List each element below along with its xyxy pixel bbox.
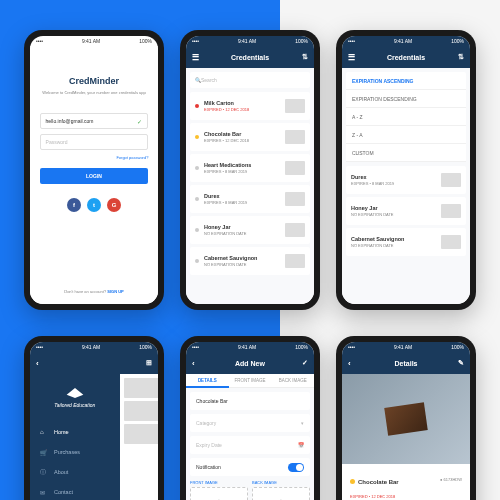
back-icon[interactable]: ‹ (36, 359, 39, 368)
grid-icon[interactable]: ⊞ (146, 359, 152, 367)
menu-icon[interactable]: ☰ (348, 53, 355, 62)
sort-option[interactable]: EXPIRATION DESCENDING (346, 90, 466, 108)
wing-icon (65, 386, 85, 400)
email-field[interactable]: hello.info@gmail.com✓ (40, 113, 149, 129)
thumbnail (285, 161, 305, 175)
front-image-label: FRONT IMAGE (190, 480, 248, 485)
sort-option[interactable]: EXPIRATION ASCENDING (346, 72, 466, 90)
list-item[interactable]: DurexEXPIRES • 8 MAR 2019 (190, 185, 310, 213)
calendar-icon: 📅 (298, 442, 304, 448)
forgot-link[interactable]: Forgot password? (40, 155, 149, 160)
expiry-field[interactable]: Expiry Date📅 (190, 436, 310, 454)
list-item[interactable]: DurexEXPIRES • 8 MAR 2019 (346, 166, 466, 194)
info-icon: ⓘ (40, 468, 48, 477)
status-dot-icon (195, 166, 199, 170)
category-field[interactable]: Category▾ (190, 414, 310, 432)
thumbnail (285, 99, 305, 113)
back-icon[interactable]: ‹ (348, 359, 351, 368)
phone-sort: ••••9:41 AM100% ☰Credentials⇅ EXPIRATION… (336, 30, 476, 310)
chevron-down-icon: ▾ (301, 420, 304, 426)
twitter-icon[interactable]: t (87, 198, 101, 212)
thumbnail (285, 130, 305, 144)
sort-option[interactable]: Z - A (346, 126, 466, 144)
status-bar: ••••9:41 AM100% (342, 36, 470, 46)
page-title: Add New (235, 360, 265, 367)
nav-home[interactable]: ⌂Home (30, 422, 120, 442)
hero-image[interactable] (342, 374, 470, 464)
phone-details: ••••9:41 AM100% ‹Details✎ Chocolate Bar●… (336, 336, 476, 500)
thumbnail (285, 192, 305, 206)
thumbnail (124, 378, 158, 398)
tab-bar: DETAILS FRONT IMAGE BACK IMAGE (186, 374, 314, 388)
header: ☰Credentials⇅ (342, 46, 470, 68)
page-title: Credentials (231, 54, 269, 61)
phone-credentials: ••••9:41 AM100% ☰Credentials⇅ 🔍 Search M… (180, 30, 320, 310)
phone-login: ••••9:41 AM100% CredMinder Welcome to Cr… (24, 30, 164, 310)
mail-icon: ✉ (40, 489, 48, 496)
header: ☰Credentials⇅ (186, 46, 314, 68)
cart-icon: 🛒 (40, 449, 48, 456)
list-item[interactable]: Honey JarNO EXPIRATION DATE (190, 216, 310, 244)
sort-dropdown: EXPIRATION ASCENDING EXPIRATION DESCENDI… (346, 72, 466, 162)
facebook-icon[interactable]: f (67, 198, 81, 212)
list-item[interactable]: Cabernet SauvignonNO EXPIRATION DATE (190, 247, 310, 275)
content-peek (120, 374, 158, 500)
google-icon[interactable]: G (107, 198, 121, 212)
thumbnail (441, 235, 461, 249)
notification-toggle[interactable] (288, 463, 304, 472)
status-dot-icon (195, 104, 199, 108)
home-icon: ⌂ (40, 429, 48, 435)
status-dot-icon (195, 135, 199, 139)
subtitle: Welcome to CredMinder, your number one c… (42, 90, 146, 95)
nav-drawer: Tailored Education ⌂Home 🛒Purchases ⓘAbo… (30, 374, 120, 500)
thumbnail (124, 424, 158, 444)
title-bar: Chocolate Bar● 6173HDW (342, 464, 470, 494)
notification-toggle-row: Notification (190, 458, 310, 476)
nav-contact[interactable]: ✉Contact (30, 482, 120, 500)
front-image-upload[interactable]: + (190, 487, 248, 500)
nav-about[interactable]: ⓘAbout (30, 462, 120, 482)
thumbnail (285, 223, 305, 237)
status-dot-icon (195, 228, 199, 232)
nav-purchases[interactable]: 🛒Purchases (30, 442, 120, 462)
tab-details[interactable]: DETAILS (186, 374, 229, 388)
list-item[interactable]: Honey JarNO EXPIRATION DATE (346, 197, 466, 225)
sort-icon[interactable]: ⇅ (458, 53, 464, 61)
list-item[interactable]: Chocolate BarEXPIRES • 12 DEC 2018 (190, 123, 310, 151)
sort-option[interactable]: CUSTOM (346, 144, 466, 162)
password-field[interactable]: Password (40, 134, 149, 150)
status-bar: ••••9:41 AM100% (30, 36, 158, 46)
list-item[interactable]: Milk CartonEXPIRED • 12 DEC 2018 (190, 92, 310, 120)
back-icon[interactable]: ‹ (192, 359, 195, 368)
item-code: ● 6173HDW (440, 477, 462, 482)
social-login: f t G (67, 198, 121, 212)
back-image-label: BACK IMAGE (252, 480, 310, 485)
header: ‹⊞ (30, 352, 158, 374)
login-button[interactable]: LOGIN (40, 168, 149, 184)
expiry-status: EXPIRED • 12 DEC 2018 (342, 494, 470, 500)
name-field[interactable]: Chocolate Bar (190, 392, 310, 410)
phone-nav: ••••9:41 AM100% ‹⊞ Tailored Education ⌂H… (24, 336, 164, 500)
status-bar: ••••9:41 AM100% (186, 36, 314, 46)
save-icon[interactable]: ✓ (302, 359, 308, 367)
page-title: Details (395, 360, 418, 367)
sort-icon[interactable]: ⇅ (302, 53, 308, 61)
header: ‹Add New✓ (186, 352, 314, 374)
sort-option[interactable]: A - Z (346, 108, 466, 126)
status-bar: ••••9:41 AM100% (186, 342, 314, 352)
tab-front[interactable]: FRONT IMAGE (229, 374, 272, 388)
search-input[interactable]: 🔍 Search (190, 72, 310, 88)
signup-prompt[interactable]: Don't have an account? SIGN UP (64, 289, 123, 294)
thumbnail (285, 254, 305, 268)
edit-icon[interactable]: ✎ (458, 359, 464, 367)
thumbnail (441, 204, 461, 218)
list-item[interactable]: Cabernet SauvignonNO EXPIRATION DATE (346, 228, 466, 256)
status-bar: ••••9:41 AM100% (342, 342, 470, 352)
back-image-upload[interactable]: + (252, 487, 310, 500)
menu-icon[interactable]: ☰ (192, 53, 199, 62)
status-dot-icon (195, 259, 199, 263)
list-item[interactable]: Heart MedicationsEXPIRES • 8 MAR 2019 (190, 154, 310, 182)
header: ‹Details✎ (342, 352, 470, 374)
tab-back[interactable]: BACK IMAGE (271, 374, 314, 388)
status-dot-icon (195, 197, 199, 201)
